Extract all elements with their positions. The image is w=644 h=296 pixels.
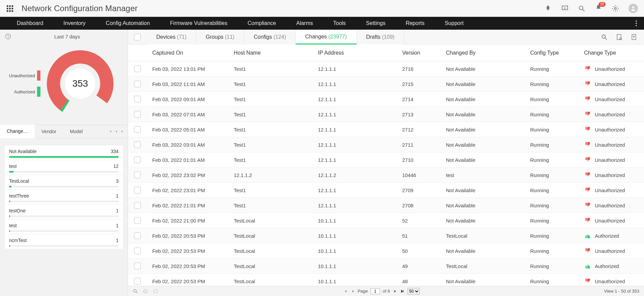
legend-unauthorized[interactable]: Unauthorized <box>9 70 40 81</box>
search-icon[interactable] <box>601 34 608 40</box>
time-range-label[interactable]: Last 7 days <box>11 34 123 39</box>
tab-drafts[interactable]: Drafts (109) <box>357 30 404 45</box>
table-row[interactable]: Feb 03, 2022 11:01 AM Test1 12.1.1.1 271… <box>128 77 644 92</box>
sidebar-list-item[interactable]: test12 <box>4 160 123 175</box>
clock-icon[interactable] <box>5 33 11 40</box>
thumbs-down-icon <box>584 81 592 87</box>
table-row[interactable]: Feb 02, 2022 20:53 PM TestLocal 10.1.1.1… <box>128 243 644 259</box>
table-row[interactable]: Feb 02, 2022 21:00 PM TestLocal 10.1.1.1… <box>128 213 644 228</box>
sidebar-list-item[interactable]: Not Available334 <box>4 145 123 160</box>
next-page-icon[interactable] <box>393 289 397 294</box>
row-checkbox[interactable] <box>134 126 141 133</box>
table-row[interactable]: Feb 02, 2022 21:01 PM Test1 12.1.1.1 270… <box>128 198 644 213</box>
sidebar-list-item[interactable]: TestLocal3 <box>4 175 123 190</box>
gear-icon[interactable] <box>612 5 619 12</box>
col-host-name[interactable]: Host Name <box>234 50 318 56</box>
table-row[interactable]: Feb 02, 2022 20:53 PM TestLocal 10.1.1.1… <box>128 228 644 243</box>
row-checkbox[interactable] <box>134 111 141 118</box>
table-row[interactable]: Feb 03, 2022 03:01 AM Test1 12.1.1.1 271… <box>128 137 644 152</box>
sidebar-list-item[interactable]: test1 <box>4 219 123 234</box>
row-checkbox[interactable] <box>134 96 141 102</box>
col-change-type[interactable]: Change Type <box>584 50 644 56</box>
sidebar-tab-more[interactable]: • • • <box>110 129 128 134</box>
col-version[interactable]: Version <box>402 50 446 56</box>
tabs-toolbar <box>601 34 644 40</box>
sidebar-list-item[interactable]: ncmTest1 <box>4 234 123 249</box>
footer-search-icon[interactable] <box>133 289 138 294</box>
notification-wrapper[interactable]: 29 <box>595 4 602 12</box>
nav-dashboard[interactable]: Dashboard <box>7 17 53 30</box>
table-row[interactable]: Feb 02, 2022 23:02 PM 12.1.1.2 12.1.1.2 … <box>128 168 644 183</box>
cell-version: 49 <box>402 263 446 269</box>
refresh-icon[interactable] <box>143 289 148 294</box>
cell-ip-address: 10.1.1.1 <box>318 263 402 269</box>
row-checkbox[interactable] <box>134 232 141 239</box>
export-icon[interactable] <box>631 34 637 40</box>
nav-inventory[interactable]: Inventory <box>53 17 96 30</box>
nav-more-icon[interactable] <box>635 20 637 27</box>
tab-configs[interactable]: Configs (124) <box>244 30 296 45</box>
row-checkbox[interactable] <box>134 65 141 72</box>
row-checkbox[interactable] <box>134 202 141 209</box>
sidebar-tab-vendor[interactable]: Vendor <box>35 125 63 138</box>
row-checkbox[interactable] <box>134 172 141 178</box>
col-changed-by[interactable]: Changed By <box>446 50 530 56</box>
row-checkbox[interactable] <box>134 156 141 163</box>
avatar[interactable] <box>629 4 638 13</box>
columns-icon[interactable] <box>153 289 158 294</box>
col-config-type[interactable]: Config Type <box>530 50 584 56</box>
nav-support[interactable]: Support <box>434 17 474 30</box>
table-row[interactable]: Feb 03, 2022 07:01 AM Test1 12.1.1.1 271… <box>128 107 644 122</box>
page-input[interactable] <box>371 288 380 294</box>
page-size-select[interactable]: 50 <box>408 288 420 295</box>
search-icon[interactable] <box>578 5 585 12</box>
row-checkbox[interactable] <box>134 263 141 269</box>
legend-authorized[interactable]: Authorized <box>14 87 40 97</box>
row-checkbox[interactable] <box>134 81 141 87</box>
legend-unauthorized-label: Unauthorized <box>9 73 35 78</box>
last-page-icon[interactable] <box>400 289 405 294</box>
app-grid-icon[interactable] <box>6 5 13 12</box>
table-row[interactable]: Feb 03, 2022 13:01 PM Test1 12.1.1.1 271… <box>128 61 644 77</box>
user-icon <box>630 5 636 11</box>
cell-change-type: Unauthorized <box>584 247 644 254</box>
presentation-icon[interactable] <box>561 5 569 12</box>
table-row[interactable]: Feb 03, 2022 09:01 AM Test1 12.1.1.1 271… <box>128 92 644 107</box>
nav-alarms[interactable]: Alarms <box>286 17 323 30</box>
row-checkbox[interactable] <box>134 217 141 224</box>
table-row[interactable]: Feb 02, 2022 23:01 PM Test1 12.1.1.1 270… <box>128 183 644 198</box>
row-checkbox[interactable] <box>134 141 141 148</box>
prev-page-icon[interactable] <box>350 289 355 294</box>
nav-firmware[interactable]: Firmware Vulnerabilities <box>160 17 237 30</box>
col-captured-on[interactable]: Captured On <box>150 50 234 56</box>
cell-version: 2708 <box>402 203 446 208</box>
nav-config-automation[interactable]: Config Automation <box>96 17 160 30</box>
col-ip-address[interactable]: IP Address <box>318 50 402 56</box>
cell-config-type: Running <box>530 203 584 208</box>
table-row[interactable]: Feb 03, 2022 05:01 AM Test1 12.1.1.1 271… <box>128 122 644 137</box>
row-checkbox[interactable] <box>134 278 141 285</box>
row-checkbox[interactable] <box>134 247 141 254</box>
nav-tools[interactable]: Tools <box>323 17 356 30</box>
first-page-icon[interactable] <box>343 289 348 294</box>
row-checkbox[interactable] <box>134 187 141 194</box>
tab-changes[interactable]: Changes (23977) <box>296 30 357 45</box>
sidebar-list-item[interactable]: testOne1 <box>4 205 123 219</box>
rocket-icon[interactable] <box>544 5 552 12</box>
tab-devices[interactable]: Devices (71) <box>147 30 196 45</box>
table-row[interactable]: Feb 02, 2022 20:53 PM TestLocal 10.1.1.1… <box>128 274 644 286</box>
nav-compliance[interactable]: Compliance <box>237 17 286 30</box>
nav-reports[interactable]: Reports <box>395 17 434 30</box>
table-row[interactable]: Feb 02, 2022 20:53 PM TestLocal 10.1.1.1… <box>128 259 644 274</box>
nav-settings[interactable]: Settings <box>356 17 396 30</box>
tab-groups[interactable]: Groups (11) <box>196 30 244 45</box>
sidebar-tab-model[interactable]: Model <box>63 125 89 138</box>
table-row[interactable]: Feb 03, 2022 01:01 AM Test1 12.1.1.1 271… <box>128 152 644 168</box>
list-item-label: test <box>9 223 17 228</box>
sidebar-tab-change[interactable]: Change… <box>0 125 35 138</box>
thumbs-down-icon <box>584 126 592 133</box>
report-icon[interactable] <box>616 34 622 40</box>
select-all-checkbox[interactable] <box>134 34 141 40</box>
sidebar-list-item[interactable]: testThree1 <box>4 190 123 205</box>
sidebar-tabs: Change… Vendor Model • • • <box>0 125 128 138</box>
